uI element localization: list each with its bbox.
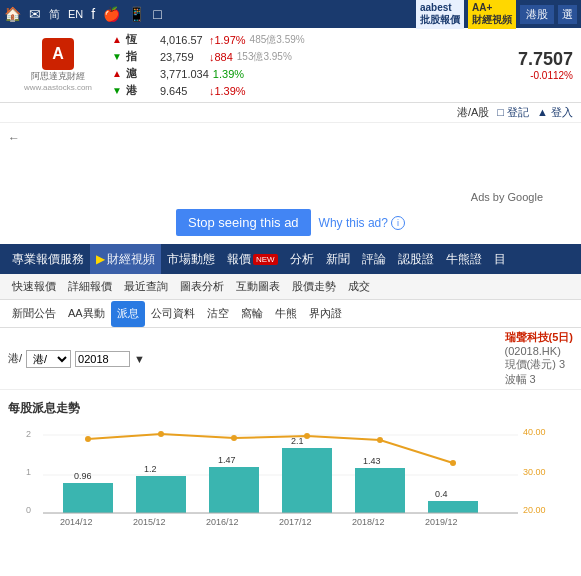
filter-row: 港/ 港/ A股 ▼ 瑞聲科技(5日) (02018.HK) 現價(港元) 3 …	[0, 328, 581, 390]
dividend-chart-svg: 2 1 0 40.00 30.00 20.00 0.96 1.2 1.47 2.…	[8, 425, 563, 576]
up-arrow-icon: ▲	[112, 34, 122, 45]
bar-2015	[136, 476, 186, 513]
svg-text:30.00: 30.00	[523, 467, 546, 477]
ticker-name-1: 恆	[126, 32, 156, 47]
svg-text:0.4: 0.4	[435, 489, 448, 499]
nav-item-quote[interactable]: 報價 NEW	[221, 244, 284, 274]
region-label: 港/A股	[457, 105, 489, 120]
ticker-name-4: 港	[126, 83, 156, 98]
tab-news[interactable]: 新聞公告	[6, 301, 62, 327]
stock-price-label: 現價(港元) 3	[505, 357, 573, 372]
info-icon: i	[391, 216, 405, 230]
apple-icon[interactable]: 🍎	[103, 6, 120, 22]
stock-code-input[interactable]	[75, 351, 130, 367]
right-stock-panel: 7.7507 -0.0112%	[503, 49, 573, 81]
svg-text:0.96: 0.96	[74, 471, 92, 481]
login-link[interactable]: ▲ 登入	[537, 105, 573, 120]
sub-item-vol[interactable]: 成交	[342, 274, 376, 300]
tab-range[interactable]: 界內證	[303, 301, 348, 327]
stock-info-panel: 瑞聲科技(5日) (02018.HK) 現價(港元) 3 波幅 3	[505, 330, 573, 387]
back-arrow-icon[interactable]: ←	[8, 131, 20, 145]
nav-item-news[interactable]: 新聞	[320, 244, 356, 274]
ticker-val-3: 3,771.034	[160, 68, 209, 80]
register-link[interactable]: □ 登記	[497, 105, 529, 120]
down-arrow-icon: ▼	[112, 51, 122, 62]
tab-label-news: 新聞公告	[12, 306, 56, 321]
hk-stocks-button[interactable]: 港股	[520, 5, 554, 24]
sub-label-trend: 股價走勢	[292, 279, 336, 294]
more-button[interactable]: 選	[558, 5, 577, 24]
bar-2019	[428, 501, 478, 513]
bar-2018	[355, 468, 405, 513]
ticker-val-1: 4,016.57	[160, 34, 205, 46]
ad-buttons-row: Stop seeing this ad Why this ad? i	[176, 209, 405, 236]
region-select[interactable]: 港/ A股	[26, 350, 71, 368]
nav-label-news: 新聞	[326, 251, 350, 268]
tab-warrant2[interactable]: 窩輪	[235, 301, 269, 327]
tab-bull[interactable]: 牛熊	[269, 301, 303, 327]
chart-container: 2 1 0 40.00 30.00 20.00 0.96 1.2 1.47 2.…	[8, 425, 563, 576]
logo-url: www.aastocks.com	[24, 83, 92, 92]
tab-label-short: 沽空	[207, 306, 229, 321]
tab-aa[interactable]: AA異動	[62, 301, 111, 327]
svg-text:20.00: 20.00	[523, 505, 546, 515]
ticker-val-2: 23,759	[160, 51, 205, 63]
nav-item-market[interactable]: 市場動態	[161, 244, 221, 274]
simplified-chinese-btn[interactable]: 简	[49, 7, 60, 22]
logo-area: A 阿思達克財經 www.aastocks.com	[8, 38, 108, 92]
nav-item-analysis[interactable]: 分析	[284, 244, 320, 274]
svg-text:2.1: 2.1	[291, 436, 304, 446]
nav-item-bull-bear[interactable]: 牛熊證	[440, 244, 488, 274]
ticker-sub-2: 153億3.95%	[237, 50, 292, 64]
chart-title: 每股派息走勢	[8, 400, 573, 417]
line-dot-3	[231, 435, 237, 441]
ads-by-google-label: Ads by Google	[471, 191, 543, 203]
dropdown-arrow-icon[interactable]: ▼	[134, 353, 145, 365]
tab-label-range: 界內證	[309, 306, 342, 321]
sub-item-quick[interactable]: 快速報價	[6, 274, 62, 300]
nav-item-more[interactable]: 目	[488, 244, 512, 274]
stock-change-label: 波幅 3	[505, 372, 573, 387]
sub-item-recent[interactable]: 最近查詢	[118, 274, 174, 300]
sub-item-detail[interactable]: 詳細報價	[62, 274, 118, 300]
mobile-icon[interactable]: 📱	[128, 6, 145, 22]
sub-item-trend[interactable]: 股價走勢	[286, 274, 342, 300]
auth-area: 港/A股 □ 登記 ▲ 登入	[0, 103, 581, 123]
why-this-ad-link[interactable]: Why this ad? i	[319, 216, 405, 230]
ticker-name-3: 滬	[126, 66, 156, 81]
app-icon[interactable]: □	[153, 6, 161, 22]
sub-label-detail: 詳細報價	[68, 279, 112, 294]
home-icon[interactable]: 🏠	[4, 6, 21, 22]
ticker-gang: ▼ 港 9.645 ↓1.39%	[112, 83, 499, 98]
stop-seeing-ad-button[interactable]: Stop seeing this ad	[176, 209, 311, 236]
sub-item-chart[interactable]: 圖表分析	[174, 274, 230, 300]
line-dot-4	[304, 433, 310, 439]
ad-area: ← Ads by Google Stop seeing this ad Why …	[0, 123, 581, 244]
svg-text:2017/12: 2017/12	[279, 517, 312, 527]
svg-text:1.2: 1.2	[144, 464, 157, 474]
nav-item-video[interactable]: ▶ 財經視頻	[90, 244, 161, 274]
svg-text:40.00: 40.00	[523, 427, 546, 437]
tab-company[interactable]: 公司資料	[145, 301, 201, 327]
mail-icon[interactable]: ✉	[29, 6, 41, 22]
facebook-icon[interactable]: f	[91, 6, 95, 22]
dividend-ratio-line	[88, 434, 453, 463]
tab-short[interactable]: 沽空	[201, 301, 235, 327]
stock-code-label: (02018.HK)	[505, 345, 573, 357]
nav-label-video: 財經視頻	[107, 251, 155, 268]
ticker-chg-1: ↑1.97%	[209, 34, 246, 46]
tabs-row: 新聞公告 AA異動 派息 公司資料 沽空 窩輪 牛熊 界內證	[0, 300, 581, 328]
aa-logo-icon: A	[42, 38, 74, 70]
ticker-chg-3: 1.39%	[213, 68, 244, 80]
tab-dividend[interactable]: 派息	[111, 301, 145, 327]
main-nav: 專業報價服務 ▶ 財經視頻 市場動態 報價 NEW 分析 新聞 評論 認股證 牛…	[0, 244, 581, 274]
english-btn[interactable]: EN	[68, 8, 83, 20]
nav-item-comment[interactable]: 評論	[356, 244, 392, 274]
nav-label-reports: 專業報價服務	[12, 251, 84, 268]
svg-text:1: 1	[26, 467, 31, 477]
ticker-chg-2: ↓884	[209, 51, 233, 63]
sub-item-interactive[interactable]: 互動圖表	[230, 274, 286, 300]
ticker-val-4: 9.645	[160, 85, 205, 97]
nav-item-warrant[interactable]: 認股證	[392, 244, 440, 274]
nav-item-reports[interactable]: 專業報價服務	[6, 244, 90, 274]
